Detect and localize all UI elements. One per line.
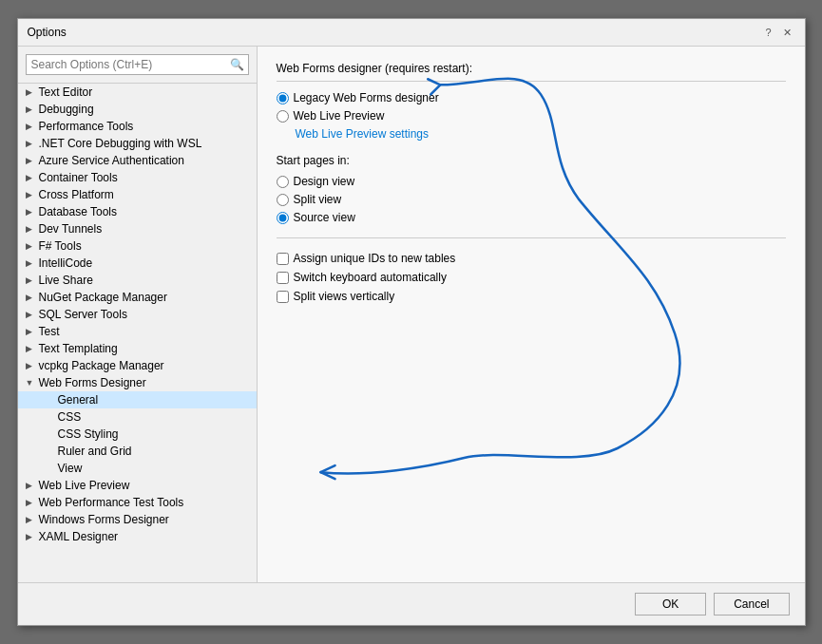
tree-item-css[interactable]: CSS xyxy=(18,408,257,426)
tree-arrow-windows-forms: ▶ xyxy=(26,515,39,524)
tree-item-xaml-designer[interactable]: ▶XAML Designer xyxy=(18,528,257,545)
tree-arrow-performance-tools: ▶ xyxy=(26,122,39,131)
tree-arrow-container-tools: ▶ xyxy=(26,173,39,182)
web-live-label: Web Live Preview xyxy=(294,109,385,123)
tree-item-sql-server[interactable]: ▶SQL Server Tools xyxy=(18,306,257,323)
search-input[interactable] xyxy=(26,54,249,75)
tree-item-vcpkg[interactable]: ▶vcpkg Package Manager xyxy=(18,357,257,374)
legacy-label: Legacy Web Forms designer xyxy=(294,91,439,104)
tree-item-web-forms-designer[interactable]: ▼Web Forms Designer xyxy=(18,374,257,391)
dialog-title: Options xyxy=(28,26,67,39)
tree-item-intellicode[interactable]: ▶IntelliCode xyxy=(18,255,257,272)
tree-item-windows-forms[interactable]: ▶Windows Forms Designer xyxy=(18,511,257,528)
start-pages-radio-group: Design view Split view Source view xyxy=(277,175,786,224)
options-dialog: Options ? ✕ 🔍 ▶Text Editor▶Debugging▶Per… xyxy=(17,18,806,626)
tree-item-nuget[interactable]: ▶NuGet Package Manager xyxy=(18,289,257,306)
tree-label-database-tools: Database Tools xyxy=(39,205,118,218)
tree-arrow-live-share: ▶ xyxy=(26,275,39,285)
source-view-row: Source view xyxy=(277,211,786,224)
title-bar: Options ? ✕ xyxy=(18,19,805,47)
web-live-radio[interactable] xyxy=(277,110,289,123)
tree-item-test[interactable]: ▶Test xyxy=(18,323,257,340)
left-panel: 🔍 ▶Text Editor▶Debugging▶Performance Too… xyxy=(18,47,258,582)
switch-keyboard-label: Switch keyboard automatically xyxy=(294,271,447,284)
tree-arrow-sql-server: ▶ xyxy=(26,310,39,319)
tree-arrow-fsharp: ▶ xyxy=(26,241,39,251)
split-vertically-row: Split views vertically xyxy=(277,290,786,303)
tree-arrow-vcpkg: ▶ xyxy=(26,361,39,370)
tree-label-web-live-preview: Web Live Preview xyxy=(39,479,130,492)
tree-label-xaml-designer: XAML Designer xyxy=(39,530,119,543)
split-vertically-label: Split views vertically xyxy=(294,290,395,303)
tree-item-container-tools[interactable]: ▶Container Tools xyxy=(18,169,257,186)
unique-ids-checkbox[interactable] xyxy=(277,253,289,265)
tree-arrow-debugging: ▶ xyxy=(26,104,39,114)
web-live-radio-row: Web Live Preview xyxy=(277,109,786,123)
tree-label-sql-server: SQL Server Tools xyxy=(39,308,127,321)
tree-area[interactable]: ▶Text Editor▶Debugging▶Performance Tools… xyxy=(18,84,257,582)
tree-label-dev-tunnels: Dev Tunnels xyxy=(39,222,103,236)
tree-item-performance-tools[interactable]: ▶Performance Tools xyxy=(18,118,257,135)
tree-arrow-intellicode: ▶ xyxy=(26,258,39,268)
tree-arrow-database-tools: ▶ xyxy=(26,207,39,217)
tree-label-vcpkg: vcpkg Package Manager xyxy=(39,359,164,372)
search-container: 🔍 xyxy=(18,47,257,84)
tree-label-nuget: NuGet Package Manager xyxy=(39,291,167,304)
help-button[interactable]: ? xyxy=(761,25,776,40)
tree-label-cross-platform: Cross Platform xyxy=(39,188,114,201)
content-area: 🔍 ▶Text Editor▶Debugging▶Performance Too… xyxy=(18,47,805,582)
tree-arrow-text-templating: ▶ xyxy=(26,344,39,353)
tree-item-general[interactable]: General xyxy=(18,391,257,408)
legacy-radio[interactable] xyxy=(277,92,289,104)
tree-item-web-performance[interactable]: ▶Web Performance Test Tools xyxy=(18,494,257,511)
web-live-preview-settings-link[interactable]: Web Live Preview settings xyxy=(296,127,430,141)
tree-item-fsharp[interactable]: ▶F# Tools xyxy=(18,237,257,255)
legacy-radio-row: Legacy Web Forms designer xyxy=(277,91,786,104)
tree-label-net-core: .NET Core Debugging with WSL xyxy=(39,137,202,150)
tree-label-text-templating: Text Templating xyxy=(39,342,118,355)
tree-item-debugging[interactable]: ▶Debugging xyxy=(18,101,257,118)
ok-button[interactable]: OK xyxy=(635,593,706,616)
tree-arrow-web-performance: ▶ xyxy=(26,498,39,507)
design-view-radio[interactable] xyxy=(277,176,289,188)
close-button[interactable]: ✕ xyxy=(780,25,795,40)
tree-item-cross-platform[interactable]: ▶Cross Platform xyxy=(18,186,257,203)
tree-item-database-tools[interactable]: ▶Database Tools xyxy=(18,203,257,220)
search-wrapper: 🔍 xyxy=(26,54,249,75)
tree-item-web-live-preview[interactable]: ▶Web Live Preview xyxy=(18,477,257,494)
cancel-button[interactable]: Cancel xyxy=(714,593,789,616)
tree-item-css-styling[interactable]: CSS Styling xyxy=(18,426,257,443)
tree-arrow-azure: ▶ xyxy=(26,156,39,165)
search-icon: 🔍 xyxy=(230,58,244,71)
tree-item-net-core[interactable]: ▶.NET Core Debugging with WSL xyxy=(18,135,257,152)
checkbox-group: Assign unique IDs to new tables Switch k… xyxy=(277,252,786,303)
switch-keyboard-row: Switch keyboard automatically xyxy=(277,271,786,284)
tree-item-dev-tunnels[interactable]: ▶Dev Tunnels xyxy=(18,220,257,237)
web-forms-radio-group: Legacy Web Forms designer Web Live Previ… xyxy=(277,91,786,141)
source-view-radio[interactable] xyxy=(277,212,289,224)
tree-label-css: CSS xyxy=(58,410,82,424)
tree-label-intellicode: IntelliCode xyxy=(39,256,93,270)
tree-item-ruler-grid[interactable]: Ruler and Grid xyxy=(18,443,257,460)
unique-ids-row: Assign unique IDs to new tables xyxy=(277,252,786,265)
tree-item-text-editor[interactable]: ▶Text Editor xyxy=(18,84,257,101)
tree-label-fsharp: F# Tools xyxy=(39,239,82,253)
split-view-radio[interactable] xyxy=(277,194,289,206)
tree-label-windows-forms: Windows Forms Designer xyxy=(39,513,169,526)
tree-label-azure: Azure Service Authentication xyxy=(39,154,184,167)
tree-item-live-share[interactable]: ▶Live Share xyxy=(18,272,257,289)
tree-label-ruler-grid: Ruler and Grid xyxy=(58,445,132,458)
tree-arrow-web-forms-designer: ▼ xyxy=(26,378,39,388)
tree-item-text-templating[interactable]: ▶Text Templating xyxy=(18,340,257,357)
tree-item-azure[interactable]: ▶Azure Service Authentication xyxy=(18,152,257,169)
tree-label-web-forms-designer: Web Forms Designer xyxy=(39,376,146,389)
tree-label-view: View xyxy=(58,462,83,475)
tree-item-view[interactable]: View xyxy=(18,460,257,477)
unique-ids-label: Assign unique IDs to new tables xyxy=(294,252,456,265)
tree-label-text-editor: Text Editor xyxy=(39,85,93,99)
tree-label-live-share: Live Share xyxy=(39,274,93,287)
source-view-label: Source view xyxy=(294,211,355,224)
switch-keyboard-checkbox[interactable] xyxy=(277,272,289,284)
tree-label-general: General xyxy=(58,393,99,407)
split-vertically-checkbox[interactable] xyxy=(277,291,289,303)
